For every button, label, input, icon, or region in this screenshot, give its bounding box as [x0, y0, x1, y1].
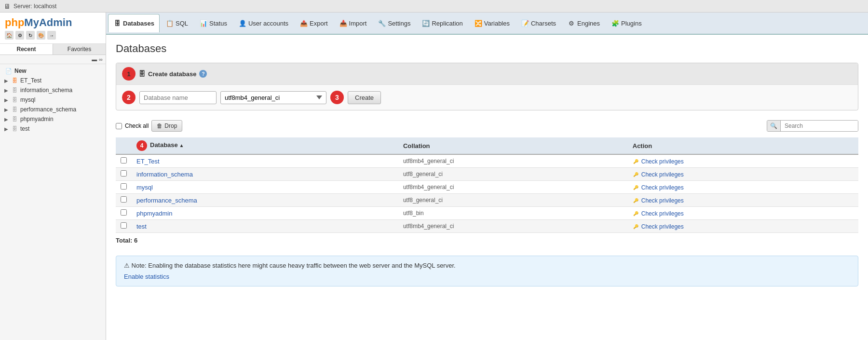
enable-stats-link[interactable]: Enable statistics — [124, 273, 169, 280]
db-link-mysql[interactable]: mysql — [136, 184, 153, 191]
db-link-phpmyadmin[interactable]: phpmyadmin — [136, 210, 172, 217]
db-icon-mysql: 🗄 — [11, 96, 18, 104]
home-icon[interactable]: 🏠 — [5, 31, 14, 40]
sidebar-tree: 📄 New ▶ 🗄 ET_Test ▶ 🗄 information_schema… — [0, 64, 106, 340]
charsets-tab-icon: 📝 — [521, 20, 529, 27]
search-icon: 🔍 — [767, 121, 781, 131]
logout-icon[interactable]: → — [47, 31, 56, 40]
table-row: ET_Testutf8mb4_general_ci🔑Check privileg… — [116, 154, 858, 168]
variables-tab-icon: 🔀 — [475, 20, 482, 27]
db-link-performance-schema[interactable]: performance_schema — [136, 197, 197, 204]
sql-tab-icon: 📋 — [166, 20, 174, 27]
tab-charsets[interactable]: 📝 Charsets — [516, 14, 561, 32]
tab-export[interactable]: 📤 Export — [295, 14, 333, 32]
databases-tab-icon: 🗄 — [113, 20, 121, 27]
tab-variables[interactable]: 🔀 Variables — [469, 14, 515, 32]
check-privileges-label: Check privileges — [641, 223, 684, 230]
create-db-header-icon: 🗄 — [138, 70, 145, 78]
db-link-information-schema[interactable]: information_schema — [136, 171, 193, 178]
row-checkbox-performance-schema[interactable] — [121, 196, 127, 203]
tab-plugins-label: Plugins — [621, 20, 642, 27]
tab-replication-label: Replication — [432, 20, 462, 27]
expand-info-schema: ▶ — [3, 87, 10, 94]
tab-settings[interactable]: 🔧 Settings — [373, 14, 416, 32]
privileges-icon: 🔑 — [633, 223, 639, 230]
logo-php: php — [5, 16, 24, 28]
check-all-checkbox[interactable] — [116, 123, 122, 129]
row-checkbox-information-schema[interactable] — [121, 170, 127, 177]
check-privileges-btn-phpmyadmin[interactable]: 🔑Check privileges — [633, 210, 684, 217]
theme-icon[interactable]: 🎨 — [37, 31, 45, 40]
tab-plugins[interactable]: 🧩 Plugins — [606, 14, 647, 32]
col-header-database[interactable]: 4Database — [132, 137, 398, 154]
db-name-input[interactable] — [139, 91, 217, 104]
tab-engines[interactable]: ⚙ Engines — [562, 14, 605, 32]
settings-tab-icon: 🔧 — [378, 20, 386, 27]
row-checkbox-et-test[interactable] — [121, 157, 127, 163]
settings-icon[interactable]: ⚙ — [15, 31, 24, 40]
privileges-icon: 🔑 — [633, 210, 639, 217]
engines-tab-icon: ⚙ — [568, 20, 575, 27]
check-privileges-btn-mysql[interactable]: 🔑Check privileges — [633, 184, 684, 191]
check-privileges-btn-et-test[interactable]: 🔑Check privileges — [633, 158, 684, 165]
tab-status[interactable]: 📊 Status — [194, 14, 232, 32]
db-icon-perf-schema: 🗄 — [11, 106, 18, 113]
row-checkbox-phpmyadmin[interactable] — [121, 209, 127, 216]
sidebar-item-performance-schema[interactable]: ▶ 🗄 performance_schema — [0, 105, 106, 114]
sidebar-item-new[interactable]: 📄 New — [0, 66, 106, 76]
db-label-phpmyadmin: phpmyadmin — [20, 116, 54, 122]
collation-cell: utf8_general_ci — [398, 168, 628, 181]
table-row: performance_schemautf8_general_ci🔑Check … — [116, 194, 858, 207]
refresh-icon[interactable]: ↻ — [26, 31, 35, 40]
step-2-badge: 2 — [122, 91, 136, 104]
db-label-test: test — [20, 125, 29, 132]
privileges-icon: 🔑 — [633, 184, 639, 191]
drop-button[interactable]: 🗑 Drop — [151, 120, 182, 132]
check-privileges-btn-performance-schema[interactable]: 🔑Check privileges — [633, 197, 684, 204]
tab-charsets-label: Charsets — [531, 20, 556, 27]
new-label: New — [14, 68, 27, 74]
pma-logo: phpMyAdmin — [5, 16, 72, 29]
page-title: Databases — [116, 42, 858, 55]
top-bar: 🖥 Server: localhost — [0, 0, 868, 13]
create-database-button[interactable]: Create — [348, 91, 381, 104]
row-checkbox-mysql[interactable] — [121, 183, 127, 190]
collapse-btn[interactable]: ▬ — [92, 56, 97, 62]
sidebar-tab-favorites[interactable]: Favorites — [53, 44, 106, 54]
sidebar-item-phpmyadmin[interactable]: ▶ 🗄 phpmyadmin — [0, 114, 106, 124]
expand-et-test: ▶ — [3, 77, 10, 84]
db-label-et-test: ET_Test — [20, 77, 41, 84]
collation-select[interactable]: utf8mb4_general_ciutf8_general_ciutf8_un… — [220, 91, 326, 104]
sidebar-item-mysql[interactable]: ▶ 🗄 mysql — [0, 95, 106, 105]
sidebar-item-test[interactable]: ▶ 🗄 test — [0, 124, 106, 134]
tab-sql-label: SQL — [176, 20, 188, 27]
expand-btn[interactable]: ∞ — [99, 56, 103, 62]
sidebar-tab-recent[interactable]: Recent — [0, 44, 53, 54]
help-icon[interactable]: ? — [199, 70, 207, 78]
search-input[interactable] — [781, 121, 858, 131]
databases-table: 4Database Collation Action ET_Testutf8mb… — [116, 137, 858, 233]
expand-perf-schema: ▶ — [3, 106, 10, 113]
note-text: ⚠ Note: Enabling the database statistics… — [124, 262, 850, 269]
tab-replication[interactable]: 🔄 Replication — [417, 14, 468, 32]
collation-cell: utf8mb4_general_ci — [398, 181, 628, 194]
tab-import[interactable]: 📥 Import — [334, 14, 372, 32]
db-icon-et-test: 🗄 — [11, 77, 18, 84]
db-link-test[interactable]: test — [136, 223, 147, 230]
col-header-collation: Collation — [398, 137, 628, 154]
logo-myadmin: MyAdmin — [24, 16, 72, 28]
check-privileges-btn-information-schema[interactable]: 🔑Check privileges — [633, 171, 684, 178]
create-db-header[interactable]: 1 🗄 Create database ? — [116, 63, 858, 85]
sidebar-item-information-schema[interactable]: ▶ 🗄 information_schema — [0, 85, 106, 95]
sidebar-icons: 🏠 ⚙ ↻ 🎨 → — [5, 31, 56, 40]
tab-sql[interactable]: 📋 SQL — [161, 14, 193, 32]
tab-user-accounts[interactable]: 👤 User accounts — [233, 14, 294, 32]
row-checkbox-test[interactable] — [121, 222, 127, 229]
db-link-et-test[interactable]: ET_Test — [136, 158, 160, 165]
check-privileges-label: Check privileges — [641, 158, 684, 165]
db-icon-test: 🗄 — [11, 125, 18, 133]
db-icon-info-schema: 🗄 — [11, 86, 18, 94]
sidebar-item-et-test[interactable]: ▶ 🗄 ET_Test — [0, 76, 106, 85]
tab-databases[interactable]: 🗄 Databases — [108, 14, 160, 32]
check-privileges-btn-test[interactable]: 🔑Check privileges — [633, 223, 684, 230]
